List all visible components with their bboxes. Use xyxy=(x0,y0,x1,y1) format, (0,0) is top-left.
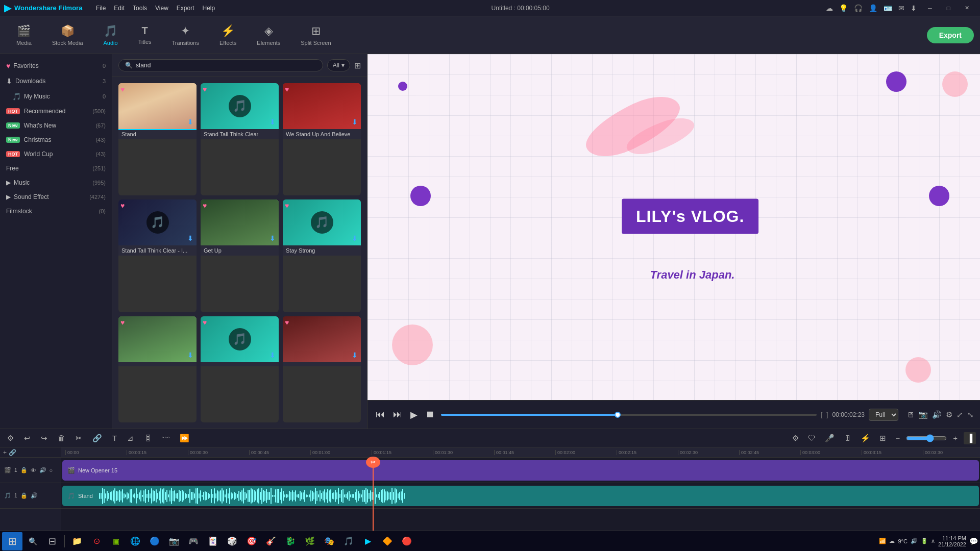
taskbar-filmora[interactable]: ▶ xyxy=(359,532,377,550)
adjust-button[interactable]: ⊿ xyxy=(124,432,137,445)
taskbar-widgets[interactable]: ⊟ xyxy=(43,532,61,550)
taskbar-app6[interactable]: 🎯 xyxy=(242,532,261,550)
menu-file[interactable]: File xyxy=(96,5,106,12)
progress-handle[interactable] xyxy=(615,412,621,418)
filter-dropdown[interactable]: All ▾ xyxy=(327,59,350,71)
audio-card-7[interactable]: ♥ ⬇ xyxy=(118,316,197,422)
headphone-icon[interactable]: 🎧 xyxy=(854,4,863,12)
step-back-button[interactable]: ⏭ xyxy=(391,407,404,422)
redo-button[interactable]: ↪ xyxy=(38,432,51,445)
text-button[interactable]: T xyxy=(109,432,120,444)
network-icon[interactable]: 📶 xyxy=(879,538,886,544)
hide-icon[interactable]: ○ xyxy=(50,467,53,473)
taskbar-app8[interactable]: 🐉 xyxy=(281,532,300,550)
minimize-button[interactable]: ─ xyxy=(921,0,939,16)
ripple-button[interactable]: 〰 xyxy=(159,432,173,444)
sidebar-item-world-cup[interactable]: HOT World Cup (43) xyxy=(0,147,112,161)
sidebar-item-filmstock[interactable]: Filmstock (0) xyxy=(0,204,112,218)
taskbar-app5[interactable]: 🎲 xyxy=(223,532,241,550)
lightbulb-icon[interactable]: 💡 xyxy=(839,4,848,12)
lock-icon-2[interactable]: 🔒 xyxy=(20,492,28,499)
sidebar-item-sound-effect[interactable]: ▶ Sound Effect (4274) xyxy=(0,190,112,204)
mail-icon[interactable]: ✉ xyxy=(898,4,904,12)
audio-track-clip[interactable]: 🎵 Stand xyxy=(62,486,979,506)
sidebar-item-downloads[interactable]: ⬇ Downloads 3 xyxy=(0,73,112,89)
camera-icon[interactable]: 📷 xyxy=(918,410,928,419)
menu-view[interactable]: View xyxy=(155,5,168,12)
vol-icon[interactable]: 🔊 xyxy=(39,467,46,473)
toolbar-transitions[interactable]: ✦ Transitions xyxy=(162,20,209,50)
panel-toggle[interactable]: ▐ xyxy=(964,432,976,444)
add-track-icon[interactable]: + xyxy=(3,449,7,456)
audio-card-8[interactable]: 🎵 ♥ ⬇ xyxy=(201,316,279,422)
vol-icon-2[interactable]: 🔊 xyxy=(31,492,38,499)
expand-tray-icon[interactable]: ∧ xyxy=(931,538,935,544)
toolbar-effects[interactable]: ⚡ Effects xyxy=(209,20,247,50)
taskbar-nvidia[interactable]: ▣ xyxy=(107,532,125,550)
rewind-button[interactable]: ⏮ xyxy=(374,407,387,422)
undo-button[interactable]: ↩ xyxy=(21,432,34,445)
link-track-icon[interactable]: 🔗 xyxy=(9,449,16,456)
link-button[interactable]: 🔗 xyxy=(89,432,105,445)
eye-icon[interactable]: 👁 xyxy=(31,467,36,473)
taskbar-chrome[interactable]: 🌐 xyxy=(126,532,144,550)
mixer-icon[interactable]: 🎚 xyxy=(841,432,854,444)
taskbar-app3[interactable]: 🎮 xyxy=(184,532,203,550)
menu-help[interactable]: Help xyxy=(203,5,215,12)
toolbar-media[interactable]: 🎬 Media xyxy=(6,20,42,50)
toolbar-titles[interactable]: T Titles xyxy=(128,21,162,49)
bracket-left[interactable]: [ xyxy=(821,411,822,418)
zoom-in-icon[interactable]: + xyxy=(950,432,961,444)
taskbar-app9[interactable]: 🌿 xyxy=(301,532,319,550)
lock-icon[interactable]: 🔒 xyxy=(20,467,28,473)
menu-tools[interactable]: Tools xyxy=(133,5,147,12)
audio-card-stand-tall-i[interactable]: 🎵 ♥ ⬇ Stand Tall Think Clear - I... xyxy=(118,199,197,312)
taskbar-spotify[interactable]: 🎵 xyxy=(339,532,358,550)
mic-icon[interactable]: 🎤 xyxy=(822,432,838,445)
taskbar-opera[interactable]: ⊙ xyxy=(87,532,106,550)
volume-icon[interactable]: 🔊 xyxy=(911,538,918,544)
taskbar-app4[interactable]: 🃏 xyxy=(204,532,222,550)
zoom-slider[interactable] xyxy=(906,434,947,442)
sidebar-item-recommended[interactable]: HOT Recommended (500) xyxy=(0,104,112,118)
quality-select[interactable]: Full 1/2 1/4 xyxy=(869,409,898,421)
audio-card-we-stand[interactable]: ♥ ⬇ We Stand Up And Believe xyxy=(283,83,361,195)
maximize-button[interactable]: □ xyxy=(939,0,958,16)
avatar-icon[interactable]: 👤 xyxy=(869,4,877,12)
toolbar-split-screen[interactable]: ⊞ Split Screen xyxy=(290,20,341,50)
download-icon[interactable]: ⬇ xyxy=(911,4,917,12)
play-button[interactable]: ▶ xyxy=(408,407,420,422)
notification-icon[interactable]: 💬 xyxy=(969,537,978,545)
taskbar-app1[interactable]: 🔵 xyxy=(145,532,164,550)
taskbar-vlc[interactable]: 🔶 xyxy=(378,532,397,550)
sidebar-item-my-music[interactable]: 🎵 My Music 0 xyxy=(0,89,112,104)
audio-card-stay-strong[interactable]: 🎵 ♥ ⬇ Stay Strong xyxy=(283,199,361,312)
search-input[interactable] xyxy=(136,62,316,69)
toolbar-stock-media[interactable]: 📦 Stock Media xyxy=(42,20,93,50)
cut-button[interactable]: ✂ xyxy=(72,432,85,445)
gear-icon[interactable]: ⚙ xyxy=(789,432,802,445)
taskbar-search[interactable]: 🔍 xyxy=(23,532,42,550)
crop-tl-icon[interactable]: ⊞ xyxy=(876,432,889,445)
cloud-icon[interactable]: ☁ xyxy=(826,4,833,12)
battery-icon[interactable]: 🔋 xyxy=(921,538,928,544)
taskbar-app10[interactable]: 🎭 xyxy=(320,532,338,550)
external-icon[interactable]: ⤢ xyxy=(957,410,963,419)
audio-mix-button[interactable]: 🎛 xyxy=(141,432,155,444)
zoom-out-icon[interactable]: − xyxy=(892,432,903,444)
toolbar-audio[interactable]: 🎵 Audio xyxy=(93,20,128,50)
taskbar-app2[interactable]: 📷 xyxy=(165,532,183,550)
audio-card-get-up[interactable]: ♥ ⬇ Get Up xyxy=(201,199,279,312)
menu-edit[interactable]: Edit xyxy=(114,5,125,12)
video-track-clip[interactable]: 🎬 New Opener 15 xyxy=(62,460,979,481)
audio-card-9[interactable]: ♥ ⬇ xyxy=(283,316,361,422)
stop-button[interactable]: ⏹ xyxy=(424,407,437,422)
taskbar-files[interactable]: 📁 xyxy=(68,532,86,550)
taskbar-app11[interactable]: 🔴 xyxy=(398,532,416,550)
audio-card-stand-tall[interactable]: 🎵 ♥ ⬇ Stand Tall Think Clear xyxy=(201,83,279,195)
search-input-wrap[interactable]: 🔍 xyxy=(118,59,323,71)
grid-toggle-icon[interactable]: ⊞ xyxy=(354,61,361,70)
settings-icon[interactable]: ⚙ xyxy=(946,410,952,419)
audio-card-stand[interactable]: ♥ ⬇ Stand xyxy=(118,83,197,195)
split-icon[interactable]: ⚡ xyxy=(857,432,873,445)
